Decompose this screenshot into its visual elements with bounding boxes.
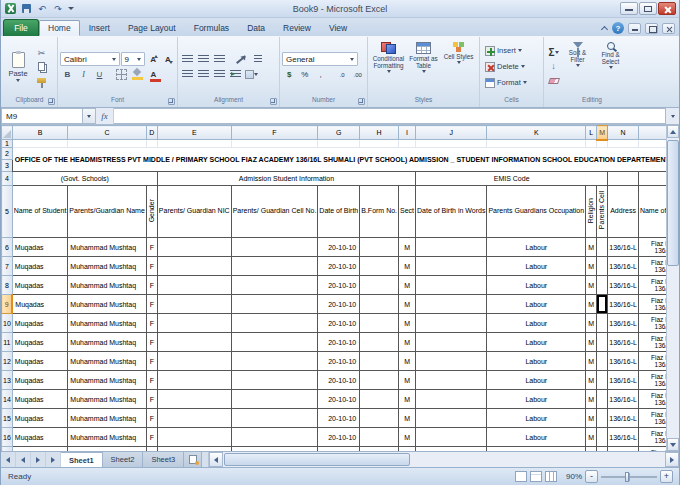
percent-style-button[interactable]: % xyxy=(298,68,313,81)
paste-button[interactable]: Paste xyxy=(4,38,32,95)
cell-N14[interactable]: 136/16-L xyxy=(608,390,639,409)
row-header-5[interactable]: 5 xyxy=(2,186,13,238)
align-left-button[interactable] xyxy=(180,68,195,81)
zoom-slider-thumb[interactable] xyxy=(625,472,629,482)
cell-N7[interactable]: 136/16-L xyxy=(608,257,639,276)
align-center-button[interactable] xyxy=(196,68,211,81)
save-button[interactable] xyxy=(19,2,33,15)
cell-N9[interactable]: 136/16-L xyxy=(608,295,639,314)
row-header-14[interactable]: 14 xyxy=(2,390,13,409)
tab-page-layout[interactable]: Page Layout xyxy=(119,20,185,36)
cell-D8[interactable]: F xyxy=(146,276,157,295)
cell-L9[interactable]: M xyxy=(586,295,597,314)
row-header-3[interactable]: 3 xyxy=(2,160,13,172)
fill-color-button[interactable] xyxy=(130,68,145,81)
cell-L5[interactable]: Religion xyxy=(586,186,597,238)
cell-D6[interactable]: F xyxy=(146,238,157,257)
page-layout-view-button[interactable] xyxy=(530,471,542,482)
cell-G12[interactable]: 20-10-10 xyxy=(318,352,360,371)
cell-M6[interactable] xyxy=(597,238,608,257)
cell-B10[interactable]: Muqadas xyxy=(12,314,68,333)
cell-K13[interactable]: Labour xyxy=(487,371,586,390)
cell-N1[interactable] xyxy=(608,140,639,148)
cell-L7[interactable]: M xyxy=(586,257,597,276)
cell-B6[interactable]: Muqadas xyxy=(12,238,68,257)
cell-C15[interactable]: Muhammad Mushtaq xyxy=(68,409,146,428)
cell-J12[interactable] xyxy=(416,352,487,371)
col-header-G[interactable]: G xyxy=(318,126,360,140)
align-middle-button[interactable] xyxy=(196,53,211,66)
tab-insert[interactable]: Insert xyxy=(80,20,119,36)
cell-J10[interactable] xyxy=(416,314,487,333)
prev-sheet-button[interactable] xyxy=(16,452,31,467)
cell-G16[interactable]: 20-10-10 xyxy=(318,428,360,447)
cell-C16[interactable]: Muhammad Mushtaq xyxy=(68,428,146,447)
col-header-J[interactable]: J xyxy=(416,126,487,140)
row-header-16[interactable]: 16 xyxy=(2,428,13,447)
cell-L6[interactable]: M xyxy=(586,238,597,257)
cell-I10[interactable]: M xyxy=(399,314,416,333)
cell-F7[interactable] xyxy=(231,257,318,276)
insert-function-button[interactable]: fx xyxy=(96,108,114,124)
cell-D15[interactable]: F xyxy=(146,409,157,428)
cell-D5[interactable]: Gender xyxy=(146,186,157,238)
name-box[interactable]: M9 xyxy=(1,108,83,124)
col-header-H[interactable]: H xyxy=(360,126,399,140)
cell-F13[interactable] xyxy=(231,371,318,390)
cell-H5[interactable]: B.Form No. xyxy=(360,186,399,238)
tab-file[interactable]: File xyxy=(3,19,39,36)
cell-C8[interactable]: Muhammad Mushtaq xyxy=(68,276,146,295)
cell-I1[interactable] xyxy=(399,140,416,148)
cell-styles-button[interactable]: Cell Styles xyxy=(441,38,476,95)
cell-E8[interactable] xyxy=(157,276,231,295)
cell-K8[interactable]: Labour xyxy=(487,276,586,295)
cell-H12[interactable] xyxy=(360,352,399,371)
minimize-button[interactable] xyxy=(620,2,638,15)
cell-N5[interactable]: Address xyxy=(608,186,639,238)
cell-N11[interactable]: 136/16-L xyxy=(608,333,639,352)
cell-K14[interactable]: Labour xyxy=(487,390,586,409)
cell-B1[interactable] xyxy=(12,140,68,148)
cell-B14[interactable]: Muqadas xyxy=(12,390,68,409)
merge-center-button[interactable] xyxy=(244,68,259,81)
cell-F17[interactable] xyxy=(231,447,318,452)
group-header-1[interactable]: Admission Student Information xyxy=(157,172,415,186)
cell-G5[interactable]: Date of Birth xyxy=(318,186,360,238)
minimize-ribbon-icon[interactable] xyxy=(601,25,608,32)
cell-E12[interactable] xyxy=(157,352,231,371)
cell-F16[interactable] xyxy=(231,428,318,447)
cell-L11[interactable]: M xyxy=(586,333,597,352)
cell-H10[interactable] xyxy=(360,314,399,333)
cell-H9[interactable] xyxy=(360,295,399,314)
cut-button[interactable]: ✂ xyxy=(34,46,49,59)
vertical-scroll-track[interactable] xyxy=(667,138,679,438)
cell-H16[interactable] xyxy=(360,428,399,447)
cell-K12[interactable]: Labour xyxy=(487,352,586,371)
cell-B12[interactable]: Muqadas xyxy=(12,352,68,371)
cell-M10[interactable] xyxy=(597,314,608,333)
cell-M5[interactable]: Parents Cell xyxy=(597,186,608,238)
cell-K6[interactable]: Labour xyxy=(487,238,586,257)
cell-H8[interactable] xyxy=(360,276,399,295)
cell-H7[interactable] xyxy=(360,257,399,276)
cell-E10[interactable] xyxy=(157,314,231,333)
select-all-button[interactable] xyxy=(2,126,13,140)
cell-M12[interactable] xyxy=(597,352,608,371)
cell-G13[interactable]: 20-10-10 xyxy=(318,371,360,390)
cell-I13[interactable]: M xyxy=(399,371,416,390)
find-select-button[interactable]: Find & Select xyxy=(594,38,627,95)
row-header-17[interactable]: 17 xyxy=(2,447,13,452)
cell-I15[interactable]: M xyxy=(399,409,416,428)
cell-G6[interactable]: 20-10-10 xyxy=(318,238,360,257)
autosum-button[interactable]: Σ xyxy=(546,46,561,59)
cell-K11[interactable]: Labour xyxy=(487,333,586,352)
normal-view-button[interactable] xyxy=(515,471,527,482)
cell-F10[interactable] xyxy=(231,314,318,333)
cell-F14[interactable] xyxy=(231,390,318,409)
clear-button[interactable] xyxy=(546,74,561,87)
row-header-7[interactable]: 7 xyxy=(2,257,13,276)
row-header-10[interactable]: 10 xyxy=(2,314,13,333)
help-icon[interactable]: ? xyxy=(612,22,624,34)
cell-E9[interactable] xyxy=(157,295,231,314)
zoom-level[interactable]: 90% xyxy=(560,472,582,481)
